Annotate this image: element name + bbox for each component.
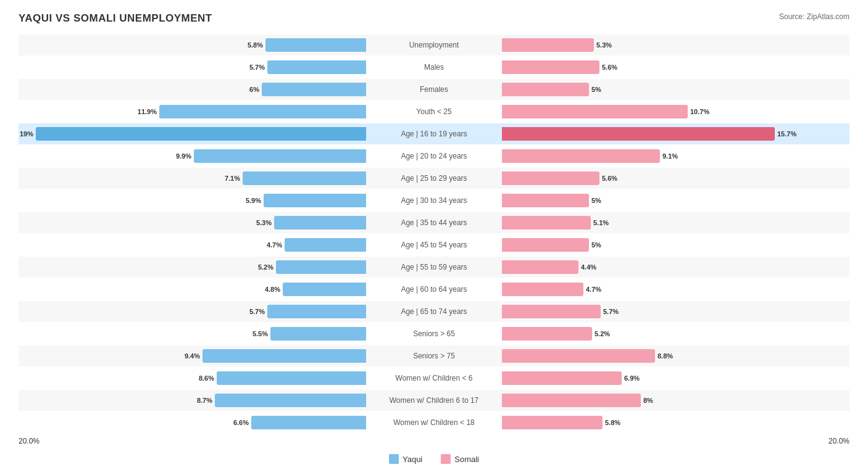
bar-yaqui — [262, 83, 366, 96]
right-section: 6.9% — [502, 370, 849, 387]
bar-yaqui — [159, 105, 366, 118]
row-label: Age | 20 to 24 years — [366, 152, 502, 160]
axis-right-label: 20.0% — [828, 437, 849, 445]
legend-yaqui-label: Yaqui — [403, 455, 422, 464]
bar-somali — [502, 194, 589, 207]
somali-value: 5% — [591, 197, 601, 204]
row-label: Youth < 25 — [366, 107, 502, 116]
yaqui-value: 4.8% — [265, 286, 280, 293]
row-label: Seniors > 65 — [366, 329, 502, 338]
yaqui-value: 9.9% — [176, 152, 191, 160]
bars-wrapper: 5.7% Age | 65 to 74 years 5.7% — [19, 303, 849, 320]
somali-value: 9.1% — [662, 152, 678, 160]
bar-yaqui — [285, 238, 366, 252]
bars-wrapper: 5.2% Age | 55 to 59 years 4.4% — [19, 258, 849, 276]
bar-yaqui — [264, 194, 366, 207]
bar-yaqui — [202, 349, 366, 363]
row-label: Women w/ Children < 18 — [366, 418, 502, 427]
bars-wrapper: 5.3% Age | 35 to 44 years 5.1% — [19, 214, 849, 231]
left-section: 8.7% — [19, 392, 366, 409]
somali-value: 5.7% — [603, 308, 619, 315]
somali-value: 4.4% — [581, 263, 596, 271]
bar-somali — [502, 260, 578, 274]
right-section: 5.7% — [502, 303, 849, 320]
bar-somali — [502, 238, 589, 252]
chart-source: Source: ZipAtlas.com — [779, 12, 849, 21]
somali-value: 5% — [591, 241, 601, 249]
left-section: 19% — [19, 125, 366, 143]
somali-value: 5% — [591, 86, 601, 93]
bar-somali — [502, 127, 775, 141]
yaqui-value: 4.7% — [267, 241, 282, 249]
bar-somali — [502, 38, 594, 52]
right-section: 8% — [502, 392, 849, 409]
bar-row: 11.9% Youth < 25 10.7% — [19, 101, 849, 122]
bar-somali — [502, 371, 622, 385]
somali-value: 15.7% — [777, 130, 796, 138]
left-section: 7.1% — [19, 170, 366, 187]
somali-value: 8.8% — [657, 352, 673, 360]
yaqui-value: 7.1% — [225, 175, 240, 182]
bar-yaqui — [251, 416, 366, 429]
yaqui-value: 5.7% — [249, 308, 265, 315]
yaqui-value: 19% — [20, 130, 33, 138]
bar-row: 19% Age | 16 to 19 years 15.7% — [19, 123, 849, 144]
bars-wrapper: 5.8% Unemployment 5.3% — [19, 36, 849, 54]
axis-left-label: 20.0% — [19, 437, 40, 445]
left-section: 5.9% — [19, 192, 366, 209]
bar-yaqui — [215, 394, 366, 407]
bar-row: 8.7% Women w/ Children 6 to 17 8% — [19, 390, 849, 411]
bar-yaqui — [36, 127, 366, 141]
legend-somali-box — [441, 454, 451, 464]
row-label: Age | 55 to 59 years — [366, 263, 502, 271]
somali-value: 5.2% — [595, 330, 610, 337]
left-section: 4.7% — [19, 236, 366, 254]
bar-row: 6% Females 5% — [19, 79, 849, 100]
bar-row: 5.5% Seniors > 65 5.2% — [19, 323, 849, 344]
bar-row: 5.7% Age | 65 to 74 years 5.7% — [19, 301, 849, 322]
legend-yaqui: Yaqui — [389, 454, 422, 464]
yaqui-value: 5.9% — [246, 197, 261, 204]
bar-somali — [502, 83, 589, 96]
right-section: 8.8% — [502, 347, 849, 365]
row-label: Age | 30 to 34 years — [366, 196, 502, 205]
bar-row: 7.1% Age | 25 to 29 years 5.6% — [19, 168, 849, 189]
right-section: 5% — [502, 236, 849, 254]
somali-value: 5.1% — [593, 219, 609, 226]
bar-yaqui — [243, 172, 366, 185]
row-label: Seniors > 75 — [366, 352, 502, 360]
bars-wrapper: 5.7% Males 5.6% — [19, 59, 849, 76]
right-section: 5% — [502, 81, 849, 98]
chart-area: 5.8% Unemployment 5.3% 5.7% Males 5.6% — [19, 35, 849, 433]
bar-row: 5.8% Unemployment 5.3% — [19, 35, 849, 56]
chart-title: YAQUI VS SOMALI UNEMPLOYMENT — [19, 12, 212, 25]
left-section: 5.7% — [19, 303, 366, 320]
somali-value: 5.8% — [605, 419, 620, 426]
bar-row: 9.4% Seniors > 75 8.8% — [19, 345, 849, 366]
yaqui-value: 8.7% — [197, 397, 212, 404]
bar-somali — [502, 60, 599, 74]
left-section: 9.4% — [19, 347, 366, 365]
somali-value: 8% — [643, 397, 653, 404]
left-section: 4.8% — [19, 281, 366, 298]
left-section: 5.5% — [19, 325, 366, 342]
row-label: Unemployment — [366, 41, 502, 49]
bars-wrapper: 6.6% Women w/ Children < 18 5.8% — [19, 414, 849, 431]
bar-yaqui — [274, 216, 366, 229]
bar-somali — [502, 216, 591, 229]
row-label: Age | 35 to 44 years — [366, 218, 502, 227]
row-label: Women w/ Children < 6 — [366, 374, 502, 382]
left-section: 5.2% — [19, 258, 366, 276]
bar-yaqui — [276, 260, 366, 274]
yaqui-value: 5.2% — [258, 263, 273, 271]
left-section: 5.7% — [19, 59, 366, 76]
bars-wrapper: 4.8% Age | 60 to 64 years 4.7% — [19, 281, 849, 298]
bar-somali — [502, 349, 655, 363]
right-section: 15.7% — [502, 125, 849, 143]
legend-somali: Somali — [441, 454, 479, 464]
bar-yaqui — [194, 149, 366, 163]
legend-yaqui-box — [389, 454, 399, 464]
bar-row: 8.6% Women w/ Children < 6 6.9% — [19, 368, 849, 389]
bar-somali — [502, 327, 592, 341]
left-section: 6.6% — [19, 414, 366, 431]
